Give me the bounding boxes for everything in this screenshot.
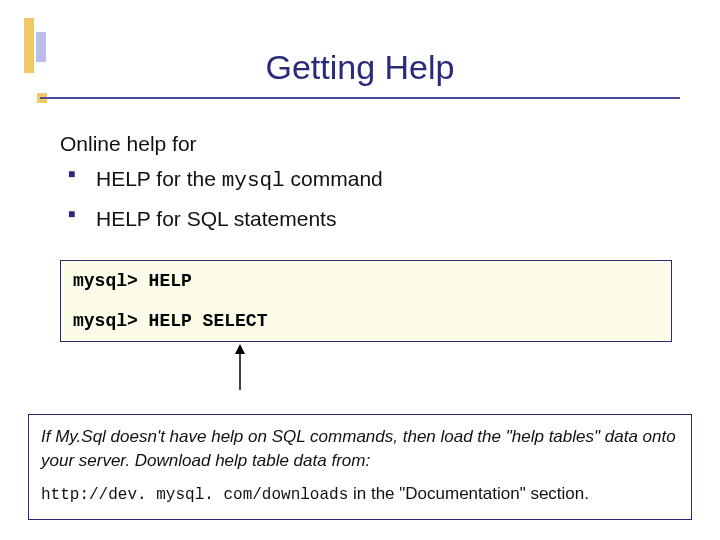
bullet-code: mysql [222,169,285,192]
note-box: If My.Sql doesn't have help on SQL comma… [28,414,692,520]
note-url-suffix: in the "Documentation" section. [348,484,589,503]
svg-marker-1 [235,344,245,354]
callout-arrow [230,344,720,396]
bullet-text-prefix: HELP for SQL statements [96,207,336,230]
note-url: http://dev. mysql. com/downloads [41,486,348,504]
bullet-list: HELP for the mysql command HELP for SQL … [60,163,672,238]
corner-decoration [24,18,54,78]
note-url-line: http://dev. mysql. com/downloads in the … [41,482,679,507]
bullet-item: HELP for SQL statements [60,203,672,238]
bullet-text-prefix: HELP for the [96,167,222,190]
bullet-item: HELP for the mysql command [60,163,672,198]
body-content: Online help for HELP for the mysql comma… [60,128,672,238]
note-text: If My.Sql doesn't have help on SQL comma… [41,425,679,474]
code-line: mysql> HELP SELECT [73,311,659,331]
bullet-text-suffix: command [285,167,383,190]
code-block: mysql> HELP mysql> HELP SELECT [60,260,672,342]
title-underline [40,97,680,100]
slide-title: Getting Help [0,0,720,87]
intro-text: Online help for [60,128,672,161]
code-line: mysql> HELP [73,271,659,291]
